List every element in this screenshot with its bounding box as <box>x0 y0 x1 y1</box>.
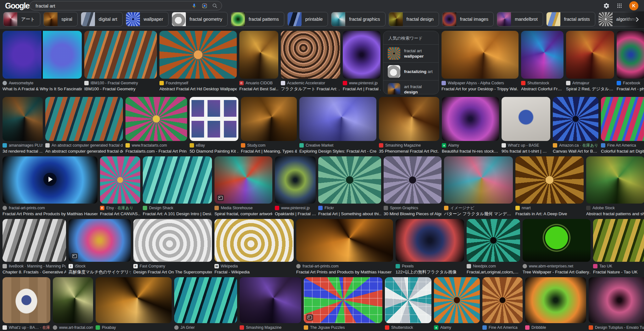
chips-overflow-button[interactable] <box>631 14 643 25</box>
result-image[interactable] <box>214 219 294 262</box>
result-image[interactable] <box>3 277 50 323</box>
result-title-link[interactable]: Fractal Art Prints and Products by Matth… <box>3 211 97 216</box>
result-image[interactable] <box>304 277 382 323</box>
result-image[interactable] <box>239 31 278 79</box>
result-source-link[interactable]: C Anuario CIDOB <box>239 81 278 85</box>
result-title-link[interactable]: Fractals in Art: A Deep Dive <box>515 211 584 216</box>
result-image[interactable] <box>100 156 140 204</box>
result-image[interactable] <box>3 219 66 262</box>
result-source-link[interactable]: Flickr <box>318 206 381 210</box>
result-source-link[interactable]: Fine Art America <box>482 325 523 330</box>
mic-icon[interactable] <box>191 3 197 9</box>
result-source-link[interactable]: Tao UK <box>593 264 644 268</box>
result-source-link[interactable]: Shutterstock <box>385 325 431 330</box>
result-image[interactable] <box>442 97 499 141</box>
result-source-link[interactable]: a Alamy <box>442 143 499 148</box>
result-source-link[interactable]: Shutterstock <box>521 81 564 85</box>
result-title-link[interactable]: IBM100 - Fractal Geometry <box>84 87 157 92</box>
result-image[interactable] <box>396 219 464 262</box>
result-image[interactable] <box>45 97 123 141</box>
result-source-link[interactable]: Dribbble <box>525 325 586 330</box>
filter-chip[interactable]: printable <box>287 12 328 26</box>
result-image[interactable] <box>593 219 644 262</box>
result-title-link[interactable]: 3d rendered fractal … <box>3 149 43 154</box>
result-title-link[interactable]: What Is A Fractal & Why Is It So Fascina… <box>3 87 82 92</box>
result-image[interactable] <box>159 31 237 79</box>
settings-gear-icon[interactable] <box>603 2 610 9</box>
account-avatar[interactable]: K <box>629 1 638 10</box>
result-image[interactable] <box>553 97 598 141</box>
result-image[interactable] <box>214 156 272 204</box>
result-source-link[interactable]: W Wikipedia <box>214 264 294 268</box>
result-source-link[interactable]: liveBook · Manning - Manning Public… <box>3 264 66 268</box>
result-image[interactable] <box>296 219 393 262</box>
result-image[interactable] <box>385 277 431 323</box>
result-image[interactable] <box>190 97 238 141</box>
result-title-link[interactable]: Fractal,art,original,colors,… <box>467 270 520 275</box>
result-source-link[interactable]: An abstract computer generated fractal d… <box>45 143 123 148</box>
result-source-link[interactable]: E Etsy · 在庫あり <box>100 206 140 210</box>
result-source-link[interactable]: What'z up - BA… · 在庫なし <box>3 325 50 330</box>
result-title-link[interactable]: 35 Phenomenal Fractal Art Pict… <box>379 149 439 154</box>
result-source-link[interactable]: Smashing Magazine <box>240 325 301 330</box>
result-source-link[interactable]: F Fast Company <box>133 264 212 268</box>
result-title-link[interactable]: Fractal Art CANVAS… <box>100 211 140 216</box>
result-image[interactable] <box>434 277 480 323</box>
result-image[interactable] <box>586 156 644 204</box>
result-image[interactable] <box>174 277 237 323</box>
result-image[interactable] <box>240 277 301 323</box>
search-input[interactable] <box>35 3 187 9</box>
result-title-link[interactable]: Fractal Nature - Tao UK <box>593 270 644 275</box>
result-image[interactable] <box>343 31 380 79</box>
result-image[interactable] <box>143 156 212 204</box>
filter-chip[interactable]: wallpaper <box>126 12 169 26</box>
result-title-link[interactable]: 90s fractal art t-shirt | … <box>502 149 550 154</box>
result-title-link[interactable]: 5D Diamond Painting Kit … <box>190 149 238 154</box>
filter-chip[interactable]: fractal graphics <box>331 12 385 26</box>
result-image[interactable] <box>3 31 82 79</box>
result-source-link[interactable]: Smashing Magazine <box>379 143 439 148</box>
result-image[interactable] <box>69 219 131 262</box>
result-title-link[interactable]: Fractal Art | Fractal … <box>343 87 380 92</box>
result-source-link[interactable]: Adobe Stock <box>586 206 644 210</box>
result-title-link[interactable]: Fractal Art | Meaning, Types & … <box>241 149 297 154</box>
result-source-link[interactable]: a Alamy <box>434 325 480 330</box>
result-title-link[interactable]: Fractal Art: A 101 Design Intro | Desi… <box>143 211 212 216</box>
result-image[interactable] <box>566 31 614 79</box>
result-source-link[interactable]: Creative Market <box>299 143 376 148</box>
result-image[interactable] <box>3 156 97 204</box>
result-title-link[interactable]: Spiral 2 Red, デジタル… <box>566 87 614 92</box>
filter-chip[interactable]: fractal artists <box>546 12 595 26</box>
result-source-link[interactable]: www.fractalarts.com <box>125 143 187 148</box>
result-image[interactable] <box>275 156 316 204</box>
result-image[interactable] <box>299 97 376 141</box>
filter-chip[interactable]: fractal images <box>442 12 494 26</box>
result-image[interactable] <box>482 277 523 323</box>
result-source-link[interactable]: Facebook <box>617 81 644 85</box>
result-title-link[interactable]: Abstract Colorful Fr… <box>521 87 564 92</box>
result-title-link[interactable]: Tree Wallpaper - Fractal Art Gallery… <box>523 270 591 275</box>
result-image[interactable] <box>444 156 513 204</box>
result-title-link[interactable]: Colorful fractal art Digital Art by … <box>601 149 644 154</box>
result-title-link[interactable]: 122+以上の無料フラクタル画像 <box>396 270 464 275</box>
result-source-link[interactable]: イメージナビ <box>444 206 513 210</box>
result-source-link[interactable]: Design Shack <box>143 206 212 210</box>
filter-chip[interactable]: fractal patterns <box>231 12 284 26</box>
result-source-link[interactable]: What'z up - BASE <box>502 143 550 148</box>
result-title-link[interactable]: Canvas Wall Art for B… <box>553 149 598 154</box>
filter-chip[interactable]: fractal design <box>389 12 439 26</box>
result-title-link[interactable]: Fractal - Wikipedia <box>214 270 294 275</box>
result-source-link[interactable]: i iStock <box>69 264 131 268</box>
search-icon[interactable] <box>212 3 218 9</box>
result-source-link[interactable]: nnart <box>515 206 584 210</box>
result-source-link[interactable]: Media Storehouse <box>214 206 272 210</box>
result-source-link[interactable]: Foundmyself <box>159 81 237 85</box>
filter-chip[interactable]: mandelbrot <box>497 12 543 26</box>
result-image[interactable] <box>467 219 520 262</box>
result-source-link[interactable]: www.abm-enterprises.net <box>523 264 591 268</box>
result-title-link[interactable]: Chapter 8. Fractals · Generative Art <box>3 270 66 275</box>
result-source-link[interactable]: Artmajeur <box>566 81 614 85</box>
result-image[interactable] <box>133 219 212 262</box>
result-image[interactable] <box>441 31 519 79</box>
apps-grid-icon[interactable] <box>616 2 623 9</box>
